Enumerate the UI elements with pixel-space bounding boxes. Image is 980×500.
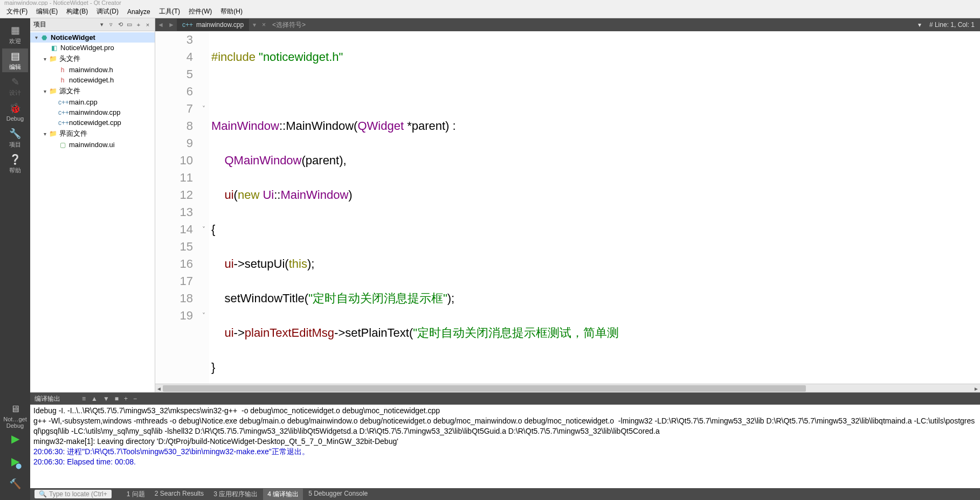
mode-welcome[interactable]: ▦ 欢迎 (2, 23, 28, 46)
h-file-icon: h (58, 66, 67, 74)
line-gutter: 3 4 5 6 7 8 9 10 11 12 13 14 15 16 (155, 31, 198, 384)
menu-debug[interactable]: 调试(D) (92, 6, 123, 17)
locator-input[interactable]: 🔍 Type to locate (Ctrl+ (34, 490, 112, 498)
statusbar: 🔍 Type to locate (Ctrl+ 1 问题 2 Search Re… (30, 488, 980, 500)
chevron-down-icon: ▾ (41, 88, 49, 94)
menubar: 文件(F) 编辑(E) 构建(B) 调试(D) Analyze 工具(T) 控件… (0, 5, 980, 18)
link-icon[interactable]: ⟲ (116, 21, 124, 29)
filter-icon[interactable]: ▿ (107, 21, 115, 29)
tree-source-file[interactable]: c++ main.cpp (30, 97, 155, 107)
nav-fwd-icon[interactable]: ► (166, 21, 177, 29)
symbol-selector[interactable]: <选择符号> (268, 20, 310, 30)
project-pane-title[interactable]: 项目 (33, 20, 98, 29)
cpp-file-icon: c++ (58, 119, 67, 127)
search-icon: 🔍 (39, 490, 47, 498)
help-icon: ❔ (9, 154, 21, 165)
folder-icon: 📁 (49, 87, 57, 95)
h-file-icon: h (58, 77, 67, 84)
fold-column: ˅ ˅ ˅ (198, 31, 209, 384)
editor-status-dropdown[interactable]: ▾ (918, 21, 921, 29)
output-stop-icon[interactable]: ■ (115, 395, 119, 402)
status-tab-debugconsole[interactable]: 5 Debugger Console (304, 489, 372, 500)
split-icon[interactable]: ▭ (126, 21, 133, 29)
tree-header-file[interactable]: h noticewidget.h (30, 75, 155, 85)
menu-help[interactable]: 帮助(H) (216, 6, 247, 17)
menu-build[interactable]: 构建(B) (62, 6, 92, 17)
cursor-position: # Line: 1, Col: 1 (929, 21, 975, 29)
chevron-down-icon: ▾ (41, 131, 49, 137)
editor-tab-active[interactable]: c++ mainwindow.cpp (177, 19, 249, 31)
project-pane: 项目 ▾ ▿ ⟲ ▭ + × ▾ ⬣ NoticeWidget (30, 18, 155, 392)
fold-toggle[interactable]: ˅ (198, 307, 209, 324)
wrench-icon: 🔧 (9, 128, 21, 140)
editor-area: ◄ ► c++ mainwindow.cpp ▾ × <选择符号> ▾ # Li… (155, 18, 980, 392)
pro-file-icon: ◧ (50, 44, 58, 52)
tab-dropdown-icon[interactable]: ▾ (249, 21, 260, 29)
editor-tabs: ◄ ► c++ mainwindow.cpp ▾ × <选择符号> ▾ # Li… (155, 18, 980, 31)
editor-body[interactable]: 3 4 5 6 7 8 9 10 11 12 13 14 15 16 (155, 31, 980, 384)
output-body[interactable]: Idebug -I. -I..\..\R\Qt5.7\5.7\mingw53_3… (30, 405, 980, 488)
menu-file[interactable]: 文件(F) (2, 6, 32, 17)
output-add-icon[interactable]: + (124, 395, 128, 402)
status-tab-search[interactable]: 2 Search Results (150, 489, 208, 500)
tree-pro-file[interactable]: ◧ NoticeWidget.pro (30, 43, 155, 53)
menu-analyze[interactable]: Analyze (123, 7, 155, 17)
tree-sources-group[interactable]: ▾ 📁 源文件 (30, 85, 155, 97)
fold-toggle[interactable]: ˅ (198, 221, 209, 238)
play-icon: ▶ (11, 432, 19, 445)
folder-icon: 📁 (49, 55, 57, 63)
menu-tools[interactable]: 工具(T) (155, 6, 184, 17)
cpp-file-icon: c++ (58, 99, 67, 106)
output-remove-icon[interactable]: − (133, 395, 137, 402)
output-up-icon[interactable]: ▲ (91, 395, 98, 402)
design-icon: ✎ (11, 76, 19, 88)
menu-edit[interactable]: 编辑(E) (32, 6, 62, 17)
code-content[interactable]: #include "noticewidget.h" MainWindow::Ma… (209, 31, 980, 384)
chevron-down-icon: ▾ (41, 56, 49, 62)
mode-edit[interactable]: ▤ 编辑 (2, 48, 28, 72)
menu-widgets[interactable]: 控件(W) (184, 6, 216, 17)
output-pane-title: 编译输出 (34, 394, 60, 404)
output-down-icon[interactable]: ▼ (103, 395, 109, 402)
hammer-icon: 🔨 (9, 478, 21, 490)
status-tab-compile[interactable]: 4 编译输出 (263, 489, 303, 500)
add-icon[interactable]: + (135, 21, 142, 29)
tree-form-file[interactable]: ▢ mainwindow.ui (30, 140, 155, 150)
project-pane-header: 项目 ▾ ▿ ⟲ ▭ + × (30, 18, 155, 31)
tree-source-file[interactable]: c++ mainwindow.cpp (30, 107, 155, 117)
tree-header-file[interactable]: h mainwindow.h (30, 65, 155, 75)
folder-icon: 📁 (49, 130, 57, 137)
mode-design[interactable]: ✎ 设计 (2, 74, 28, 98)
mode-help[interactable]: ❔ 帮助 (2, 152, 28, 176)
mode-project[interactable]: 🔧 项目 (2, 126, 28, 150)
tree-forms-group[interactable]: ▾ 📁 界面文件 (30, 128, 155, 140)
tree-root[interactable]: ▾ ⬣ NoticeWidget (30, 32, 155, 43)
scroll-left-icon[interactable]: ◄ (155, 384, 163, 392)
mode-debug[interactable]: 🐞 Debug (2, 100, 28, 124)
window-title: mainwindow.cpp - NoticeWidget - Qt Creat… (4, 0, 121, 5)
run-button[interactable]: ▶ (2, 428, 28, 449)
scroll-right-icon[interactable]: ► (972, 384, 980, 392)
target-selector[interactable]: 🖥 Not…get Debug (2, 405, 28, 427)
output-pane: 编译输出 ≡ ▲ ▼ ■ + − Idebug -I. -I..\..\R\Qt… (30, 392, 980, 488)
monitor-icon: 🖥 (10, 404, 20, 415)
status-tab-appout[interactable]: 3 应用程序输出 (209, 489, 262, 500)
tab-close-icon[interactable]: × (260, 21, 268, 29)
status-tab-issues[interactable]: 1 问题 (122, 489, 149, 500)
fold-toggle[interactable]: ˅ (198, 100, 209, 117)
chevron-down-icon: ▾ (32, 34, 40, 40)
scroll-thumb[interactable] (163, 385, 806, 392)
dropdown-icon[interactable]: ▾ (98, 21, 106, 29)
build-button[interactable]: 🔨 (2, 473, 28, 495)
tree-source-file[interactable]: c++ noticewidget.cpp (30, 117, 155, 128)
edit-icon: ▤ (11, 50, 20, 62)
debug-run-button[interactable]: ▶⬤ (2, 450, 28, 472)
close-icon[interactable]: × (144, 21, 151, 29)
nav-back-icon[interactable]: ◄ (155, 21, 166, 29)
project-icon: ⬣ (40, 34, 49, 41)
project-tree: ▾ ⬣ NoticeWidget ◧ NoticeWidget.pro ▾ 📁 … (30, 31, 155, 392)
cpp-file-icon: c++ (182, 21, 193, 29)
editor-hscrollbar[interactable]: ◄ ► (155, 384, 980, 392)
output-config-icon[interactable]: ≡ (82, 395, 86, 402)
tree-headers-group[interactable]: ▾ 📁 头文件 (30, 53, 155, 65)
